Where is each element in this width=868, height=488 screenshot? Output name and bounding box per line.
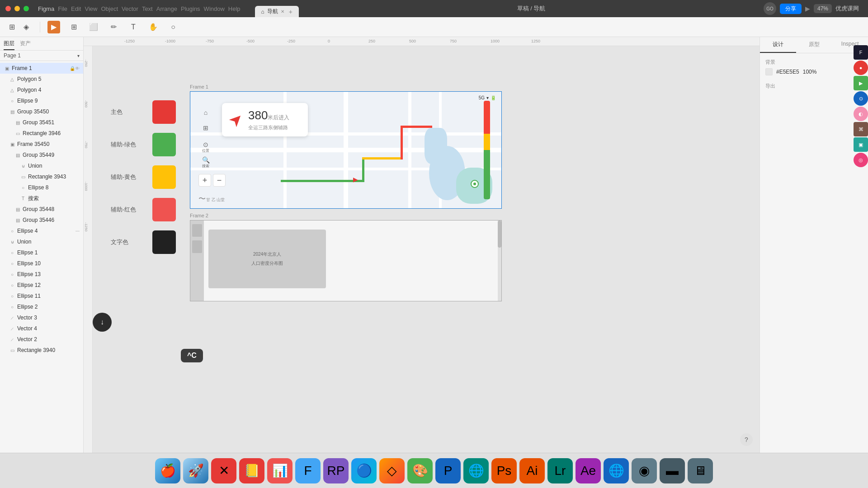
- tab-design[interactable]: 设计: [760, 37, 796, 53]
- menu-help[interactable]: Help: [228, 5, 241, 12]
- frame2[interactable]: 2024年北京人 人口密度分布图: [190, 220, 502, 301]
- dock-paintbrush[interactable]: 🎨: [407, 458, 433, 483]
- menu-view[interactable]: View: [85, 5, 97, 12]
- layer-ellipse10[interactable]: ○ Ellipse 10: [0, 258, 83, 269]
- brand-icon-2[interactable]: ●: [854, 61, 868, 75]
- layer-vector3[interactable]: ⟋ Vector 3: [0, 312, 83, 323]
- pen-tool[interactable]: ✏: [107, 21, 120, 33]
- sidebar-grid-btn[interactable]: ⊞: [198, 121, 213, 135]
- dock-terminal[interactable]: ▬: [660, 458, 685, 483]
- layer-ellipse2[interactable]: ○ Ellipse 2: [0, 301, 83, 312]
- figma-tab[interactable]: ⌂ 导航 ✕ +: [255, 6, 299, 17]
- dock-ae[interactable]: Ae: [576, 458, 601, 483]
- hand-tool[interactable]: ✋: [147, 21, 160, 33]
- dock-sonar[interactable]: ◉: [632, 458, 657, 483]
- select-tool[interactable]: ▶: [47, 21, 60, 33]
- text-tool[interactable]: T: [127, 21, 140, 33]
- help-button[interactable]: ?: [740, 433, 753, 446]
- menu-plugins[interactable]: Plugins: [181, 5, 200, 12]
- layer-rect3940[interactable]: ▭ Rectangle 3940: [0, 345, 83, 356]
- brand-icon-4[interactable]: ⊙: [854, 91, 868, 106]
- page-selector[interactable]: Page 1 ▾: [0, 51, 83, 61]
- dock-sketch2[interactable]: ◇: [379, 458, 405, 483]
- tab-close-icon[interactable]: ✕: [281, 9, 284, 14]
- layer-ellipse1[interactable]: ○ Ellipse 1: [0, 247, 83, 258]
- brand-icon-1[interactable]: F: [854, 53, 868, 60]
- layer-ellipse8[interactable]: ○ Ellipse 8: [0, 182, 83, 193]
- layer-union2[interactable]: ⊎ Union: [0, 236, 83, 247]
- layer-union1[interactable]: ⊎ Union: [0, 160, 83, 171]
- layer-search-text[interactable]: T 搜索: [0, 193, 83, 204]
- color-main-swatch[interactable]: [152, 100, 176, 124]
- dock-monitor[interactable]: 🖥: [688, 458, 713, 483]
- menu-window[interactable]: Window: [204, 5, 225, 12]
- layer-frame1[interactable]: ▣ Frame 1 🔒 👁: [0, 63, 83, 74]
- circle-tool[interactable]: ○: [167, 21, 179, 33]
- dock-ps[interactable]: Ps: [491, 458, 517, 483]
- dock-browser[interactable]: 🌐: [604, 458, 629, 483]
- dock-wps[interactable]: ✕: [211, 458, 236, 483]
- menu-object[interactable]: Object: [101, 5, 118, 12]
- layer-group35448[interactable]: ▤ Group 35448: [0, 204, 83, 215]
- dock-ai[interactable]: Ai: [519, 458, 545, 483]
- zoom-out-btn[interactable]: −: [213, 174, 226, 187]
- color-red-swatch[interactable]: [152, 198, 176, 221]
- layer-ellipse12[interactable]: ○ Ellipse 12: [0, 280, 83, 291]
- tab-assets[interactable]: 资产: [20, 40, 31, 50]
- brand-icon-7[interactable]: ▣: [854, 137, 868, 152]
- sidebar-location-btn[interactable]: ⊙ 位置: [198, 140, 213, 154]
- dock-note[interactable]: 📒: [239, 458, 264, 483]
- dock-lr[interactable]: Lr: [547, 458, 573, 483]
- layer-ellipse11[interactable]: ○ Ellipse 11: [0, 291, 83, 301]
- color-yellow-swatch[interactable]: [152, 165, 176, 189]
- brand-icon-6[interactable]: ⌘: [854, 122, 868, 136]
- layer-vector4[interactable]: ⟋ Vector 4: [0, 323, 83, 334]
- dock-figma[interactable]: F: [295, 458, 321, 483]
- background-color-preview[interactable]: [765, 68, 773, 75]
- sidebar-search-btn[interactable]: 🔍 搜索: [198, 155, 213, 169]
- zoom-percent[interactable]: 47%: [814, 4, 832, 13]
- layer-polygon5[interactable]: △ Polygon 5: [0, 74, 83, 84]
- assets-icon[interactable]: ◈: [20, 21, 33, 33]
- minimize-button[interactable]: [14, 6, 20, 11]
- layer-frame35450[interactable]: ▣ Frame 35450: [0, 139, 83, 150]
- layer-ellipse13[interactable]: ○ Ellipse 13: [0, 269, 83, 280]
- close-button[interactable]: [5, 6, 11, 11]
- tab-layers[interactable]: 图层: [4, 40, 14, 50]
- menu-file[interactable]: File: [58, 5, 67, 12]
- brand-icon-3[interactable]: ▶: [854, 76, 868, 90]
- canvas-area[interactable]: -1250 -1000 -750 -500 -250 0 250 500 750…: [84, 37, 760, 453]
- tab-add-icon[interactable]: +: [289, 8, 292, 15]
- dock-app10[interactable]: P: [435, 458, 461, 483]
- sidebar-home-btn[interactable]: ⌂: [198, 105, 213, 120]
- menu-vector[interactable]: Vector: [122, 5, 138, 12]
- layer-polygon4[interactable]: △ Polygon 4: [0, 84, 83, 95]
- frame-tool[interactable]: ⊞: [67, 21, 80, 33]
- layer-group35446[interactable]: ▤ Group 35446: [0, 215, 83, 225]
- tab-prototype[interactable]: 原型: [796, 37, 832, 53]
- dock-finder[interactable]: 🍎: [155, 458, 180, 483]
- brand-icon-5[interactable]: ◐: [854, 107, 868, 121]
- dock-chrome[interactable]: 🌐: [463, 458, 489, 483]
- layer-ellipse9[interactable]: ○ Ellipse 9: [0, 95, 83, 106]
- dock-rp[interactable]: RP: [323, 458, 349, 483]
- layer-group35450[interactable]: ▤ Group 35450: [0, 106, 83, 117]
- dock-launchpad[interactable]: 🚀: [183, 458, 208, 483]
- menu-edit[interactable]: Edit: [71, 5, 81, 12]
- layer-group35449[interactable]: ▤ Group 35449: [0, 150, 83, 160]
- play-icon[interactable]: ▶: [805, 5, 810, 12]
- layer-rect3943[interactable]: ▭ Rectangle 3943: [0, 171, 83, 182]
- dock-sketch[interactable]: 🔵: [351, 458, 377, 483]
- maximize-button[interactable]: [24, 6, 29, 11]
- color-green-swatch[interactable]: [152, 133, 176, 156]
- layer-group35451[interactable]: ▤ Group 35451: [0, 117, 83, 128]
- menu-text[interactable]: Text: [142, 5, 153, 12]
- layer-vector2[interactable]: ⟋ Vector 2: [0, 334, 83, 345]
- dock-ppt[interactable]: 📊: [267, 458, 292, 483]
- layer-ellipse4[interactable]: ○ Ellipse 4 —: [0, 225, 83, 236]
- rect-tool[interactable]: ⬜: [87, 21, 100, 33]
- layer-rect3946[interactable]: ▭ Rectangle 3946: [0, 128, 83, 139]
- zoom-in-btn[interactable]: +: [198, 174, 211, 187]
- share-button[interactable]: 分享: [780, 4, 802, 14]
- menu-arrange[interactable]: Arrange: [156, 5, 177, 12]
